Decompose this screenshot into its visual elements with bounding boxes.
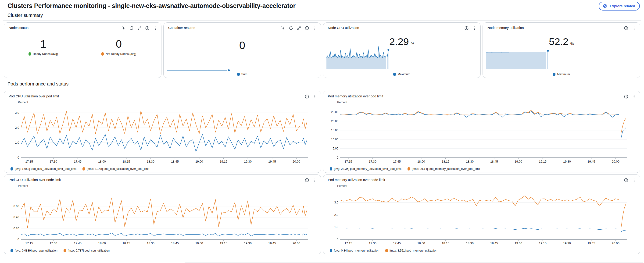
svg-text:0.60: 0.60: [14, 204, 19, 208]
green-marker: [28, 52, 31, 56]
svg-text:18:45: 18:45: [171, 242, 179, 245]
svg-text:18:15: 18:15: [122, 160, 130, 163]
chart-legend: [avg: 0.84] pod_memory_utilization [max:…: [328, 248, 637, 253]
compass-icon: [602, 3, 608, 9]
info-icon[interactable]: [624, 94, 629, 99]
legend-avg-series[interactable]: [avg: 23.35] pod_memory_utilization_over…: [330, 167, 402, 170]
kebab-menu-icon[interactable]: [472, 26, 477, 31]
svg-text:0: 0: [337, 156, 338, 159]
info-icon[interactable]: [624, 178, 629, 183]
info-icon[interactable]: [304, 94, 310, 99]
svg-text:19:00: 19:00: [195, 242, 203, 245]
pods-row-2: Pod CPU utilization over node limit Perc…: [4, 174, 640, 254]
svg-text:18:45: 18:45: [490, 160, 498, 163]
svg-text:20.00: 20.00: [331, 120, 338, 123]
expand-icon[interactable]: [137, 26, 142, 31]
svg-text:1.0: 1.0: [334, 226, 338, 229]
blue-marker: [330, 167, 332, 170]
widget-title: Pod CPU utilization over pod limit: [9, 94, 59, 98]
svg-text:0: 0: [18, 156, 19, 159]
not-ready-nodes-legend[interactable]: Not Ready Nodes (avg): [102, 52, 136, 56]
kebab-menu-icon[interactable]: [632, 26, 637, 31]
node-memory-value-row: 52.2 %: [483, 36, 640, 47]
legend-avg-series[interactable]: [avg: 0.0889] pod_cpu_utilization: [10, 249, 58, 252]
svg-text:19:00: 19:00: [514, 160, 522, 163]
ai-sparkle-icon[interactable]: [121, 26, 126, 31]
svg-text:19:45: 19:45: [268, 160, 276, 163]
widget-pod-cpu-over-pod-limit: Pod CPU utilization over pod limit Perce…: [4, 91, 321, 173]
ready-nodes-metric: 1 Ready Nodes (avg): [28, 38, 58, 56]
svg-text:2.0: 2.0: [15, 126, 19, 130]
svg-text:20:00: 20:00: [292, 242, 300, 245]
widget-title: Node memory utilization: [488, 26, 524, 30]
container-restarts-value: 0: [239, 40, 245, 52]
maximum-legend[interactable]: Maximum: [553, 73, 570, 76]
kebab-menu-icon[interactable]: [632, 94, 637, 99]
page-title: Clusters Performance monitoring - single…: [8, 2, 296, 10]
pod-memory-over-pod-limit-chart[interactable]: Percent25.0020.0015.0010.005.00017:1517:…: [328, 100, 637, 166]
kebab-menu-icon[interactable]: [312, 94, 318, 99]
info-icon[interactable]: [464, 26, 469, 31]
legend-max-series[interactable]: [max: 3.551] pod_memory_utilization: [385, 249, 437, 252]
explore-related-label: Explore related: [610, 4, 635, 8]
ai-sparkle-icon[interactable]: [280, 26, 286, 31]
kebab-menu-icon[interactable]: [312, 26, 318, 31]
sum-legend[interactable]: Sum: [237, 73, 248, 76]
maximum-legend[interactable]: Maximum: [393, 73, 410, 76]
svg-text:15.00: 15.00: [331, 129, 338, 132]
svg-text:20:00: 20:00: [612, 242, 620, 245]
svg-text:17:45: 17:45: [393, 242, 401, 245]
svg-text:19:15: 19:15: [220, 242, 227, 245]
info-icon[interactable]: [145, 26, 150, 31]
node-memory-sparkline[interactable]: [483, 46, 553, 70]
info-icon[interactable]: [624, 26, 629, 31]
pod-cpu-over-pod-limit-chart[interactable]: Percent3.02.01.0017:1517:3017:4518:0018:…: [9, 100, 318, 166]
svg-text:17:30: 17:30: [369, 242, 376, 245]
widget-title: Pod memory utilization over node limit: [328, 178, 385, 182]
legend-max-series[interactable]: [max: 26.14] pod_memory_utilization_over…: [408, 167, 480, 170]
chart-legend: [avg: 23.35] pod_memory_utilization_over…: [328, 166, 637, 172]
svg-text:19:45: 19:45: [268, 242, 276, 245]
svg-text:10.00: 10.00: [331, 138, 338, 141]
pod-cpu-over-node-limit-chart[interactable]: Percent0.600.400.20017:1517:3017:4518:00…: [9, 183, 318, 248]
legend-max-series[interactable]: [max: 0.787] pod_cpu_utilization: [64, 249, 110, 252]
widget-title: Pod memory utilization over pod limit: [328, 94, 383, 98]
svg-text:18:45: 18:45: [171, 160, 179, 163]
info-icon[interactable]: [304, 178, 310, 183]
svg-text:0.40: 0.40: [14, 216, 19, 219]
svg-text:Percent: Percent: [18, 184, 28, 188]
container-restarts-value-row: 0: [164, 40, 321, 52]
svg-text:18:15: 18:15: [442, 242, 449, 245]
svg-text:17:30: 17:30: [50, 242, 57, 245]
kebab-menu-icon[interactable]: [632, 178, 637, 183]
blue-marker: [10, 249, 13, 252]
kebab-menu-icon[interactable]: [312, 178, 318, 183]
legend-avg-series[interactable]: [avg: 0.84] pod_memory_utilization: [330, 249, 379, 252]
svg-text:19:15: 19:15: [539, 160, 546, 163]
expand-icon[interactable]: [296, 26, 302, 31]
refresh-icon[interactable]: [288, 26, 294, 31]
cluster-summary-row: Nodes status 1 Ready Nodes (avg) 0 Not R…: [4, 22, 640, 78]
orange-marker: [408, 167, 410, 170]
node-memory-value: 52.2: [549, 36, 568, 47]
svg-text:Percent: Percent: [18, 101, 28, 104]
refresh-icon[interactable]: [129, 26, 134, 31]
svg-text:1.0: 1.0: [15, 141, 19, 144]
kebab-menu-icon[interactable]: [152, 26, 158, 31]
svg-text:18:00: 18:00: [417, 242, 425, 245]
ready-nodes-legend[interactable]: Ready Nodes (avg): [28, 52, 58, 56]
widget-title: Node CPU utilization: [328, 26, 359, 30]
legend-max-series[interactable]: [max: 3.148] pod_cpu_utilization_over_po…: [82, 167, 149, 170]
svg-text:0: 0: [18, 238, 19, 241]
svg-text:18:45: 18:45: [490, 242, 498, 245]
container-restarts-sparkline[interactable]: [164, 65, 234, 71]
chart-legend: [avg: 1.062] pod_cpu_utilization_over_po…: [9, 166, 318, 172]
pod-memory-over-node-limit-chart[interactable]: Percent3.02.01.0017:1517:3017:4518:0018:…: [328, 183, 637, 248]
info-icon[interactable]: [304, 26, 310, 31]
node-cpu-sparkline[interactable]: [323, 42, 393, 70]
legend-avg-series[interactable]: [avg: 1.062] pod_cpu_utilization_over_po…: [10, 167, 76, 170]
svg-text:17:45: 17:45: [74, 242, 82, 245]
explore-related-button[interactable]: Explore related: [599, 2, 640, 10]
svg-text:17:30: 17:30: [369, 160, 376, 163]
widget-title: Pod CPU utilization over node limit: [9, 178, 61, 182]
